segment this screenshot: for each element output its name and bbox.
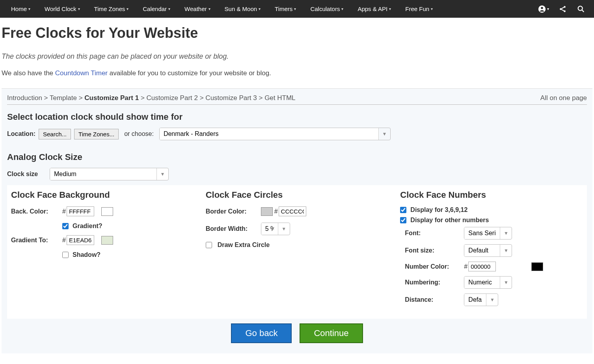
display-other-checkbox[interactable]	[400, 217, 406, 223]
intro-italic: The clocks provided on this page can be …	[2, 52, 592, 61]
font-combo[interactable]: ▼	[464, 227, 512, 240]
breadcrumb-step[interactable]: Template	[50, 94, 77, 102]
chevron-down-icon: ▾	[127, 7, 128, 11]
nav-free-fun[interactable]: Free Fun▾	[398, 0, 440, 18]
distance-combo[interactable]: ▼	[464, 293, 498, 306]
nav-calendar[interactable]: Calendar▾	[136, 0, 177, 18]
search-icon[interactable]	[572, 5, 590, 13]
shadow-label: Shadow?	[73, 251, 101, 258]
display-3-6-9-12-checkbox[interactable]	[400, 207, 406, 213]
continue-button[interactable]: Continue	[300, 323, 363, 343]
display-other-label: Display for other numbers	[410, 217, 489, 224]
chevron-down-icon: ▾	[28, 7, 30, 11]
clock-face-background-section: Clock Face Background Back. Color: # Gra…	[11, 190, 194, 311]
intro-text: We also have the Countdown Timer availab…	[2, 69, 592, 77]
gradient-to-input[interactable]	[67, 235, 94, 245]
chevron-down-icon: ▾	[78, 7, 80, 11]
analog-heading: Analog Clock Size	[7, 152, 587, 162]
go-back-button[interactable]: Go back	[231, 323, 292, 343]
chevron-down-icon[interactable]: ▼	[500, 245, 512, 256]
border-width-input[interactable]	[261, 223, 278, 235]
clock-size-combo[interactable]: ▼	[50, 168, 169, 180]
nav-sun-moon[interactable]: Sun & Moon▾	[218, 0, 268, 18]
distance-input[interactable]	[464, 294, 486, 306]
nav-calculators[interactable]: Calculators▾	[303, 0, 350, 18]
number-color-input[interactable]	[468, 262, 496, 271]
numbers-heading: Clock Face Numbers	[400, 190, 583, 200]
breadcrumb-step[interactable]: Introduction	[7, 94, 42, 102]
breadcrumb-current: Customize Part 1	[84, 94, 139, 102]
font-size-label: Font size:	[405, 247, 464, 254]
svg-point-1	[541, 7, 543, 9]
back-color-swatch[interactable]	[101, 207, 113, 216]
numbering-label: Numbering:	[405, 279, 464, 286]
numbering-input[interactable]	[464, 277, 500, 288]
clock-size-input[interactable]	[50, 168, 156, 180]
border-width-label: Border Width:	[206, 225, 261, 232]
clock-face-circles-section: Clock Face Circles Border Color: # Borde…	[206, 190, 389, 311]
shadow-checkbox[interactable]	[62, 252, 69, 258]
chevron-down-icon: ▾	[259, 7, 261, 11]
share-icon[interactable]	[554, 5, 572, 13]
breadcrumb-step[interactable]: Customize Part 3	[205, 94, 257, 102]
gradient-to-swatch[interactable]	[101, 236, 113, 245]
timezones-button[interactable]: Time Zones...	[74, 129, 119, 139]
gradient-checkbox[interactable]	[62, 223, 69, 229]
border-color-swatch[interactable]	[261, 207, 273, 216]
chevron-down-icon: ▾	[547, 7, 549, 11]
chevron-down-icon[interactable]: ▼	[500, 277, 512, 288]
border-color-label: Border Color:	[206, 208, 261, 215]
clock-face-numbers-section: Clock Face Numbers Display for 3,6,9,12 …	[400, 190, 583, 311]
nav-time-zones[interactable]: Time Zones▾	[87, 0, 136, 18]
svg-point-5	[578, 6, 583, 10]
display-3-6-9-12-label: Display for 3,6,9,12	[410, 206, 467, 214]
chevron-down-icon: ▾	[209, 7, 210, 11]
account-icon[interactable]: ▾	[533, 5, 554, 13]
breadcrumb-step[interactable]: Get HTML	[264, 94, 295, 102]
location-label: Location:	[7, 130, 35, 137]
chevron-down-icon[interactable]: ▼	[486, 294, 498, 306]
distance-label: Distance:	[405, 296, 464, 303]
chevron-down-icon[interactable]: ▼	[156, 168, 168, 180]
nav-weather[interactable]: Weather▾	[177, 0, 217, 18]
numbering-combo[interactable]: ▼	[464, 276, 512, 289]
nav-home[interactable]: Home▾	[4, 0, 37, 18]
chevron-down-icon[interactable]: ▼	[500, 227, 512, 239]
font-label: Font:	[405, 230, 464, 237]
chevron-down-icon: ▾	[168, 7, 170, 11]
location-input[interactable]	[160, 128, 378, 140]
chevron-down-icon[interactable]: ▼	[378, 128, 390, 140]
breadcrumb-step[interactable]: Customize Part 2	[147, 94, 198, 102]
border-width-combo[interactable]: ▼	[261, 223, 290, 235]
or-choose-label: or choose:	[124, 130, 154, 137]
circles-heading: Clock Face Circles	[206, 190, 389, 200]
back-color-input[interactable]	[67, 206, 94, 216]
chevron-down-icon: ▾	[341, 7, 343, 11]
font-input[interactable]	[464, 227, 500, 239]
font-size-input[interactable]	[464, 245, 500, 256]
back-color-label: Back. Color:	[11, 208, 62, 215]
chevron-down-icon: ▾	[389, 7, 391, 11]
clock-size-label: Clock size	[7, 171, 43, 178]
chevron-down-icon: ▾	[294, 7, 296, 11]
number-color-swatch[interactable]	[531, 262, 543, 271]
nav-apps-api[interactable]: Apps & API▾	[350, 0, 398, 18]
chevron-down-icon: ▾	[431, 7, 433, 11]
border-color-input[interactable]	[279, 206, 306, 216]
font-size-combo[interactable]: ▼	[464, 244, 512, 257]
location-combo[interactable]: ▼	[159, 128, 391, 140]
location-heading: Select location clock should show time f…	[7, 112, 587, 122]
bg-heading: Clock Face Background	[11, 190, 194, 200]
breadcrumb: Introduction > Template > Customize Part…	[7, 94, 587, 105]
nav-timers[interactable]: Timers▾	[268, 0, 303, 18]
chevron-down-icon[interactable]: ▼	[278, 223, 290, 235]
number-color-label: Number Color:	[405, 263, 464, 270]
nav-world-clock[interactable]: World Clock▾	[37, 0, 87, 18]
customize-panel: Introduction > Template > Customize Part…	[2, 88, 592, 353]
gradient-to-label: Gradient To:	[11, 237, 62, 244]
all-on-one-link[interactable]: All on one page	[540, 94, 587, 102]
countdown-timer-link[interactable]: Countdown Timer	[55, 69, 108, 77]
extra-circle-checkbox[interactable]	[206, 242, 212, 248]
extra-circle-label: Draw Extra Circle	[218, 241, 270, 249]
search-button[interactable]: Search...	[39, 129, 71, 139]
